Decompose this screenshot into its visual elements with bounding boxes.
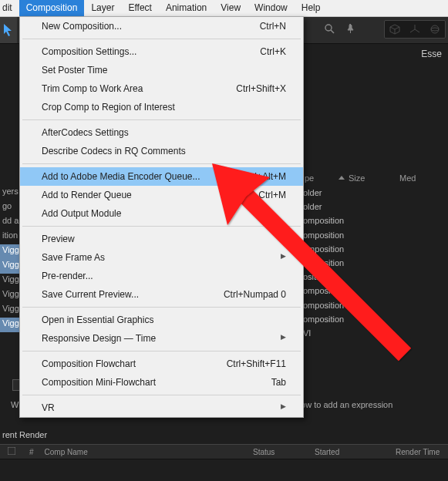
menu-item-aftercodecs-settings[interactable]: AfterCodecs Settings (20, 123, 303, 142)
menu-item-label: Open in Essential Graphics (42, 314, 153, 325)
menu-item-view[interactable]: View (214, 0, 248, 16)
menu-item-label: Add to Adobe Media Encoder Queue... (42, 171, 200, 182)
menu-item-vr[interactable]: VR▶ (20, 399, 303, 417)
menu-item-label: Composition Settings... (42, 46, 136, 57)
menu-item-open-in-essential-graphics[interactable]: Open in Essential Graphics (20, 311, 303, 329)
render-queue-columns: # Comp Name Status Started Render Time (0, 444, 448, 459)
column-header-media[interactable]: Med (399, 173, 416, 183)
menu-item-label: Save Current Preview... (42, 289, 139, 300)
menu-item-effect[interactable]: Effect (121, 0, 158, 16)
menu-item-window[interactable]: Window (248, 0, 295, 16)
submenu-chevron-icon: ▶ (281, 234, 286, 244)
file-size-cell: 6 KB (381, 334, 399, 343)
type-cell: omposition (303, 314, 372, 328)
project-type-column: olderolderompositionompositionomposition… (303, 187, 372, 341)
menu-separator (22, 307, 301, 308)
menu-item-composition-settings[interactable]: Composition Settings...Ctrl+K (20, 42, 303, 61)
menu-item-label: Pre-render... (42, 271, 93, 281)
menu-shortcut: Ctrl+Alt+M (242, 171, 286, 182)
type-cell: omposition (303, 215, 372, 229)
render-col-compname[interactable]: Comp Name (45, 448, 88, 456)
submenu-chevron-icon: ▶ (281, 333, 286, 344)
cube-icon (389, 24, 400, 35)
menu-item-save-current-preview[interactable]: Save Current Preview...Ctrl+Numpad 0 (20, 285, 303, 304)
menu-item-label: Save Frame As (42, 252, 105, 263)
pin-icon[interactable] (345, 23, 355, 35)
menu-item-label: New Composition... (42, 21, 122, 32)
menu-item-new-composition[interactable]: New Composition...Ctrl+N (20, 17, 303, 35)
menu-item-add-to-render-queue[interactable]: Add to Render QueueCtrl+M (20, 186, 303, 204)
menu-item-animation[interactable]: Animation (159, 0, 214, 16)
menu-item-label: AfterCodecs Settings (42, 127, 129, 138)
svg-point-2 (431, 25, 439, 33)
menu-item-label: Composition Mini-Flowchart (42, 377, 156, 388)
type-cell: osition (303, 271, 372, 285)
current-render-header: rent Render (2, 430, 47, 439)
menu-item-help[interactable]: Help (295, 0, 328, 16)
type-cell: omposition (303, 257, 372, 271)
menu-item-crop-comp-to-region-of-interest[interactable]: Crop Comp to Region of Interest (20, 98, 303, 116)
render-col-rendertime[interactable]: Render Time (396, 448, 440, 456)
menu-item-label: Crop Comp to Region of Interest (42, 102, 175, 113)
essential-panel-label[interactable]: Esse (421, 49, 442, 59)
menu-item-edit[interactable]: dit (0, 0, 19, 16)
type-cell: older (303, 201, 372, 215)
composition-menu-dropdown: New Composition...Ctrl+NComposition Sett… (19, 16, 304, 418)
menu-item-label: Trim Comp to Work Area (42, 83, 143, 94)
submenu-chevron-icon: ▶ (281, 252, 286, 263)
menu-item-add-output-module[interactable]: Add Output Module (20, 204, 303, 223)
menu-item-composition-mini-flowchart[interactable]: Composition Mini-FlowchartTab (20, 373, 303, 392)
menu-item-label: Add Output Module (42, 208, 121, 219)
menu-item-composition[interactable]: Composition (19, 0, 85, 16)
svg-point-0 (325, 25, 332, 31)
menu-item-label: VR (42, 402, 55, 413)
menu-shortcut: Ctrl+Shift+X (236, 83, 286, 94)
menu-separator (22, 351, 301, 352)
menu-item-add-to-adobe-media-encoder-queue[interactable]: Add to Adobe Media Encoder Queue...Ctrl+… (20, 167, 303, 186)
sort-triangle-icon[interactable] (339, 176, 345, 180)
selection-tool[interactable] (0, 17, 17, 43)
menu-item-label: Set Poster Time (42, 65, 107, 76)
column-header-type[interactable]: pe (305, 173, 314, 183)
menu-separator (22, 395, 301, 395)
type-cell: older (303, 187, 372, 201)
menu-separator (22, 163, 301, 164)
svg-line-1 (331, 30, 334, 33)
menu-shortcut: Ctrl+Numpad 0 (224, 289, 286, 300)
menu-separator (22, 39, 301, 39)
menu-shortcut: Tab (271, 377, 286, 388)
render-col-started[interactable]: Started (315, 448, 339, 456)
render-col-index[interactable]: # (29, 448, 34, 456)
search-icon[interactable] (325, 24, 335, 36)
menu-item-describe-codecs-in-rq-comments[interactable]: Describe Codecs in RQ Comments (20, 142, 303, 160)
menu-item-trim-comp-to-work-area[interactable]: Trim Comp to Work AreaCtrl+Shift+X (20, 79, 303, 98)
menu-item-set-poster-time[interactable]: Set Poster Time (20, 61, 303, 79)
menu-item-layer[interactable]: Layer (84, 0, 121, 16)
axis-icon (409, 24, 420, 35)
menu-item-label: Describe Codecs in RQ Comments (42, 146, 186, 156)
menu-item-responsive-design-time[interactable]: Responsive Design — Time▶ (20, 329, 303, 348)
menu-separator (22, 119, 301, 120)
render-col-status[interactable]: Status (253, 448, 275, 456)
menu-shortcut: Ctrl+M (258, 190, 286, 200)
type-cell: omposition (303, 300, 372, 314)
menu-bar: dit Composition Layer Effect Animation V… (0, 0, 448, 17)
menu-item-save-frame-as[interactable]: Save Frame As▶ (20, 248, 303, 267)
menu-shortcut: Ctrl+N (260, 21, 286, 32)
3d-gizmo-box[interactable] (384, 20, 446, 39)
menu-item-label: Responsive Design — Time (42, 333, 156, 344)
menu-item-pre-render[interactable]: Pre-render... (20, 267, 303, 285)
menu-separator (22, 226, 301, 227)
menu-item-label: Add to Render Queue (42, 190, 132, 200)
menu-shortcut: Ctrl+Shift+F11 (227, 358, 286, 369)
menu-shortcut: Ctrl+K (260, 46, 286, 57)
svg-point-3 (431, 28, 439, 31)
svg-rect-4 (8, 447, 15, 455)
type-cell: omposition (303, 285, 372, 299)
render-col-checkbox[interactable] (8, 447, 15, 456)
column-header-size[interactable]: Size (349, 173, 365, 183)
menu-item-composition-flowchart[interactable]: Composition FlowchartCtrl+Shift+F11 (20, 355, 303, 373)
sphere-icon (429, 24, 440, 35)
menu-item-preview[interactable]: Preview▶ (20, 230, 303, 248)
type-cell: VI (303, 328, 372, 341)
